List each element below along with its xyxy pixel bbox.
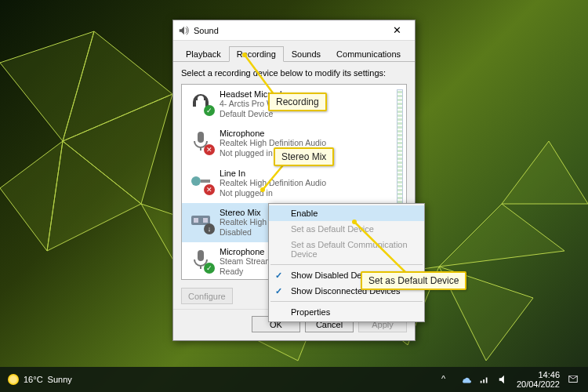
headset-icon: ✓ [188,89,213,114]
tab-recording[interactable]: Recording [229,46,284,62]
callout-stereomix: Stereo Mix [274,147,334,166]
weather-widget[interactable]: 16°C Sunny [8,374,72,385]
disabled-badge-icon: ↓ [204,223,215,234]
menu-separator [270,264,423,265]
onedrive-icon[interactable] [460,374,471,385]
svg-point-13 [191,176,201,186]
check-badge-icon: ✓ [204,263,215,274]
stereo-mix-icon: ↓ [188,208,213,233]
volume-icon[interactable] [498,374,509,385]
temperature: 16°C [24,375,43,384]
menu-separator [270,301,423,302]
tab-strip: Playback Recording Sounds Communications [173,41,415,62]
instruction-text: Select a recording device below to modif… [173,62,415,81]
microphone-icon: ✕ [188,129,213,154]
line-in-icon: ✕ [188,169,213,194]
check-icon: ✓ [275,286,282,296]
svg-marker-10 [439,204,564,267]
dialog-title: Sound [194,26,383,35]
svg-rect-16 [194,218,198,223]
system-tray[interactable]: ^ 14:46 20/04/2022 [441,370,579,389]
callout-recording: Recording [268,93,327,111]
tab-sounds[interactable]: Sounds [284,46,328,62]
close-button[interactable]: ✕ [383,22,410,39]
unplugged-badge-icon: ✕ [204,184,215,195]
device-name: Line In [220,169,326,178]
svg-rect-14 [201,180,210,183]
configure-button[interactable]: Configure [181,288,233,304]
menu-properties[interactable]: Properties [269,304,424,320]
sound-icon [178,25,189,36]
device-item[interactable]: ✕ Line In Realtek High Definition Audio … [182,164,406,203]
context-menu: Enable Set as Default Device Set as Defa… [268,203,425,322]
device-status: Not plugged in [220,188,326,198]
svg-marker-11 [502,141,588,204]
check-icon: ✓ [275,270,282,281]
time: 14:46 [517,370,560,379]
taskbar[interactable]: 16°C Sunny ^ 14:46 20/04/2022 [0,367,588,392]
notifications-icon[interactable] [568,374,579,385]
svg-rect-12 [198,132,204,143]
callout-set-default: Set as Default Device [361,271,466,290]
sun-icon [8,374,19,385]
svg-rect-17 [203,218,208,223]
microphone-icon: ✓ [188,247,213,272]
menu-set-default-comm[interactable]: Set as Default Communication Device [269,237,424,262]
menu-set-default[interactable]: Set as Default Device [269,221,424,237]
chevron-up-icon[interactable]: ^ [441,374,452,385]
tab-playback[interactable]: Playback [178,46,229,62]
device-sub: Realtek High Definition Audio [220,178,326,188]
network-icon[interactable] [479,374,490,385]
check-badge-icon: ✓ [204,105,215,116]
clock[interactable]: 14:46 20/04/2022 [517,370,560,389]
titlebar[interactable]: Sound ✕ [173,20,415,41]
svg-rect-18 [198,250,204,261]
menu-enable[interactable]: Enable [269,205,424,221]
tab-communications[interactable]: Communications [328,46,408,62]
weather-text: Sunny [48,375,72,384]
date: 20/04/2022 [517,379,560,389]
device-name: Microphone [220,129,326,138]
